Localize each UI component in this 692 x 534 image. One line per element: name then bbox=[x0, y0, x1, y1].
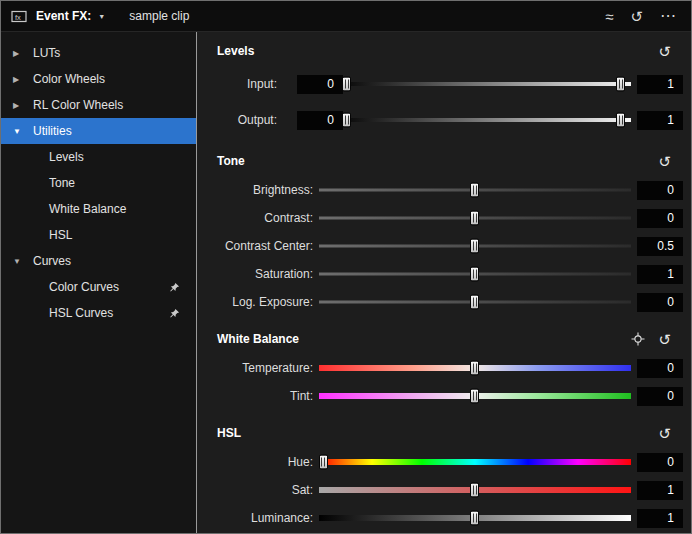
slider-luminance[interactable] bbox=[319, 510, 631, 527]
chevron-right-icon: ▶ bbox=[13, 101, 33, 110]
slider-contrast[interactable] bbox=[319, 210, 631, 227]
slider-label: Sat: bbox=[217, 483, 313, 497]
bypass-fx-icon[interactable]: ≈ bbox=[605, 9, 613, 24]
main-panel: Levels↺Input:01Output:01Tone↺Brightness:… bbox=[197, 32, 691, 533]
slider-brightness[interactable] bbox=[319, 182, 631, 199]
section-icons: ↺ bbox=[658, 154, 683, 169]
section-header: HSL↺ bbox=[217, 424, 683, 442]
sidebar-item-hsl[interactable]: HSL bbox=[1, 222, 196, 248]
brightness-value[interactable]: 0 bbox=[637, 181, 683, 200]
slider-handle[interactable] bbox=[342, 77, 351, 92]
slider-label: Tint: bbox=[217, 389, 313, 403]
slider-label: Contrast Center: bbox=[217, 239, 313, 253]
more-options-icon[interactable]: ⋯ bbox=[660, 8, 677, 24]
sidebar-item-levels[interactable]: Levels bbox=[1, 144, 196, 170]
slider-handle[interactable] bbox=[342, 113, 351, 128]
slider-tint[interactable] bbox=[319, 388, 631, 405]
sidebar-item-utilities[interactable]: ▼Utilities bbox=[1, 118, 196, 144]
section-title: HSL bbox=[217, 426, 241, 440]
slider-label: Brightness: bbox=[217, 183, 313, 197]
sidebar-item-label: HSL Curves bbox=[49, 306, 113, 320]
slider-handle[interactable] bbox=[470, 295, 479, 310]
sidebar-item-color-wheels[interactable]: ▶Color Wheels bbox=[1, 66, 196, 92]
contrast-center-value[interactable]: 0.5 bbox=[637, 237, 683, 256]
slider-row-tint: Tint:0 bbox=[217, 382, 683, 410]
luminance-value[interactable]: 1 bbox=[637, 509, 683, 528]
slider-row-luminance: Luminance:1 bbox=[217, 504, 683, 532]
input-value[interactable]: 1 bbox=[637, 75, 683, 94]
sidebar: ▶LUTs▶Color Wheels▶RL Color Wheels▼Utili… bbox=[1, 32, 197, 533]
slider-handle[interactable] bbox=[470, 267, 479, 282]
sidebar-item-label: Color Curves bbox=[49, 280, 119, 294]
reset-icon[interactable]: ↺ bbox=[658, 332, 671, 347]
output-min-value[interactable]: 0 bbox=[297, 111, 343, 130]
sidebar-item-color-curves[interactable]: Color Curves bbox=[1, 274, 196, 300]
slider-handle[interactable] bbox=[470, 361, 479, 376]
sidebar-item-curves[interactable]: ▼Curves bbox=[1, 248, 196, 274]
slider-input[interactable] bbox=[347, 76, 631, 93]
slider-row-saturation: Saturation:1 bbox=[217, 260, 683, 288]
log-exposure-value[interactable]: 0 bbox=[637, 293, 683, 312]
chevron-right-icon: ▶ bbox=[13, 49, 33, 58]
slider-output[interactable] bbox=[347, 112, 631, 129]
reset-all-icon[interactable]: ↺ bbox=[630, 9, 643, 24]
slider-track bbox=[347, 82, 631, 86]
slider-saturation[interactable] bbox=[319, 266, 631, 283]
slider-label: Input: bbox=[217, 77, 277, 91]
slider-label: Output: bbox=[217, 113, 277, 127]
slider-handle[interactable] bbox=[470, 239, 479, 254]
slider-row-contrast: Contrast:0 bbox=[217, 204, 683, 232]
section-levels: Levels↺Input:01Output:01 bbox=[217, 42, 683, 138]
sidebar-item-white-balance[interactable]: White Balance bbox=[1, 196, 196, 222]
slider-sat[interactable] bbox=[319, 482, 631, 499]
chevron-right-icon: ▶ bbox=[13, 75, 33, 84]
chevron-down-icon[interactable]: ▼ bbox=[98, 13, 105, 20]
event-fx-icon: fx bbox=[11, 9, 28, 24]
slider-label: Log. Exposure: bbox=[217, 295, 313, 309]
reset-icon[interactable]: ↺ bbox=[658, 154, 671, 169]
pin-icon[interactable] bbox=[169, 282, 180, 293]
reset-icon[interactable]: ↺ bbox=[658, 426, 671, 441]
temperature-value[interactable]: 0 bbox=[637, 359, 683, 378]
section-header: White Balance↺ bbox=[217, 330, 683, 348]
sat-value[interactable]: 1 bbox=[637, 481, 683, 500]
slider-handle[interactable] bbox=[616, 77, 625, 92]
slider-handle[interactable] bbox=[470, 211, 479, 226]
slider-hue[interactable] bbox=[319, 454, 631, 471]
slider-handle[interactable] bbox=[616, 113, 625, 128]
slider-row-brightness: Brightness:0 bbox=[217, 176, 683, 204]
slider-row-log-exposure: Log. Exposure:0 bbox=[217, 288, 683, 316]
clip-name: sample clip bbox=[129, 9, 189, 23]
chevron-down-icon: ▼ bbox=[13, 127, 33, 136]
sidebar-item-rl-color-wheels[interactable]: ▶RL Color Wheels bbox=[1, 92, 196, 118]
sidebar-item-hsl-curves[interactable]: HSL Curves bbox=[1, 300, 196, 326]
slider-handle[interactable] bbox=[470, 389, 479, 404]
section-tone: Tone↺Brightness:0Contrast:0Contrast Cent… bbox=[217, 152, 683, 316]
input-min-value[interactable]: 0 bbox=[297, 75, 343, 94]
event-fx-label: Event FX: bbox=[36, 9, 91, 23]
slider-label: Saturation: bbox=[217, 267, 313, 281]
reset-icon[interactable]: ↺ bbox=[658, 44, 671, 59]
sidebar-item-luts[interactable]: ▶LUTs bbox=[1, 40, 196, 66]
slider-contrast-center[interactable] bbox=[319, 238, 631, 255]
white-balance-picker-icon[interactable] bbox=[631, 332, 645, 346]
slider-row-input: Input:01 bbox=[217, 66, 683, 102]
sidebar-item-label: RL Color Wheels bbox=[33, 98, 123, 112]
slider-handle[interactable] bbox=[319, 455, 328, 470]
hue-value[interactable]: 0 bbox=[637, 453, 683, 472]
slider-log-exposure[interactable] bbox=[319, 294, 631, 311]
pin-icon[interactable] bbox=[169, 308, 180, 319]
slider-row-contrast-center: Contrast Center:0.5 bbox=[217, 232, 683, 260]
section-icons: ↺ bbox=[658, 426, 683, 441]
slider-track bbox=[319, 459, 631, 465]
sidebar-item-tone[interactable]: Tone bbox=[1, 170, 196, 196]
output-value[interactable]: 1 bbox=[637, 111, 683, 130]
tint-value[interactable]: 0 bbox=[637, 387, 683, 406]
slider-temperature[interactable] bbox=[319, 360, 631, 377]
slider-handle[interactable] bbox=[470, 511, 479, 526]
saturation-value[interactable]: 1 bbox=[637, 265, 683, 284]
sidebar-item-label: Tone bbox=[49, 176, 75, 190]
contrast-value[interactable]: 0 bbox=[637, 209, 683, 228]
slider-handle[interactable] bbox=[470, 483, 479, 498]
slider-handle[interactable] bbox=[470, 183, 479, 198]
